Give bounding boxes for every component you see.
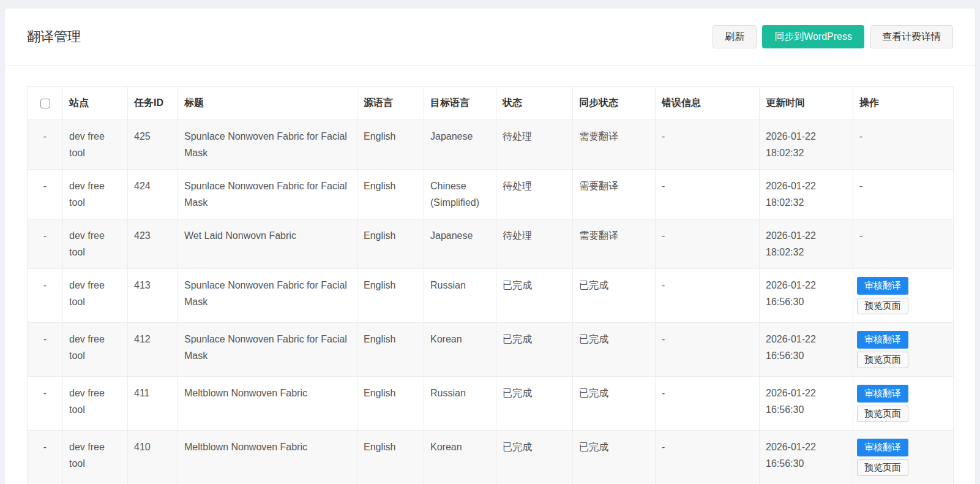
cell-title: Spunlace Nonwoven Fabric for Facial Mask [178, 170, 357, 219]
preview-page-button[interactable]: 预览页面 [857, 298, 908, 314]
cell-sync-status: 已完成 [573, 269, 656, 323]
review-translation-button[interactable]: 审核翻译 [857, 439, 908, 456]
cell-target-lang: Russian [424, 377, 496, 431]
column-header-title: 标题 [178, 87, 357, 120]
cell-actions: 审核翻译预览页面 [853, 431, 954, 484]
cell-target-lang: Korean [424, 431, 496, 484]
cell-source-lang: English [357, 377, 424, 431]
review-translation-button[interactable]: 审核翻译 [857, 331, 908, 349]
cell-site: dev free tool [63, 431, 128, 484]
column-header-source-lang: 源语言 [357, 87, 424, 120]
cell-select: - [28, 219, 63, 269]
column-header-sync-status: 同步状态 [573, 87, 656, 120]
card-header: 翻译管理 刷新 同步到WordPress 查看计费详情 [5, 9, 975, 66]
cell-source-lang: English [357, 323, 424, 377]
column-header-updated: 更新时间 [760, 87, 853, 120]
cell-updated: 2026-01-22 18:02:32 [760, 170, 853, 219]
cell-updated: 2026-01-22 16:56:30 [760, 269, 853, 323]
cell-sync-status: 已完成 [573, 377, 656, 431]
cell-site: dev free tool [63, 170, 128, 219]
cell-error: - [656, 269, 760, 323]
cell-task-id: 411 [128, 377, 178, 431]
cell-task-id: 410 [128, 431, 178, 484]
cell-error: - [656, 377, 760, 431]
cell-task-id: 425 [128, 120, 178, 170]
cell-select: - [28, 269, 63, 323]
table-row: -dev free tool423Wet Laid Nonwovn Fabric… [28, 219, 954, 269]
toolbar: 刷新 同步到WordPress 查看计费详情 [713, 25, 953, 48]
cell-select: - [28, 170, 63, 219]
cell-select: - [28, 377, 63, 431]
cell-site: dev free tool [63, 377, 128, 431]
select-all-header [28, 87, 63, 120]
cell-status: 待处理 [496, 219, 573, 269]
cell-source-lang: English [357, 170, 424, 219]
cell-site: dev free tool [63, 219, 128, 269]
cell-actions: - [853, 219, 954, 269]
cell-updated: 2026-01-22 18:02:32 [760, 219, 853, 269]
preview-page-button[interactable]: 预览页面 [857, 352, 908, 368]
cell-error: - [656, 431, 760, 484]
cell-sync-status: 需要翻译 [573, 170, 656, 219]
cell-site: dev free tool [63, 323, 128, 377]
cell-select: - [28, 431, 63, 484]
cell-error: - [656, 219, 760, 269]
cell-site: dev free tool [63, 120, 128, 170]
table-body: -dev free tool425Spunlace Nonwoven Fabri… [28, 120, 954, 484]
cell-actions: 审核翻译预览页面 [853, 377, 954, 431]
table-row: -dev free tool413Spunlace Nonwoven Fabri… [28, 269, 954, 323]
column-header-task-id: 任务ID [128, 87, 178, 120]
cell-select: - [28, 120, 63, 170]
cell-source-lang: English [357, 120, 424, 170]
cell-sync-status: 已完成 [573, 323, 656, 377]
cell-target-lang: Korean [424, 323, 496, 377]
cell-actions: - [853, 170, 954, 219]
cell-task-id: 424 [128, 170, 178, 219]
cell-title: Spunlace Nonwoven Fabric for Facial Mask [178, 323, 357, 377]
cell-sync-status: 已完成 [573, 431, 656, 484]
cell-target-lang: Japanese [424, 120, 496, 170]
cell-title: Spunlace Nonwoven Fabric for Facial Mask [178, 269, 357, 323]
table-header: 站点 任务ID 标题 源语言 目标语言 状态 同步状态 错误信息 更新时间 操作 [28, 87, 954, 120]
column-header-actions: 操作 [853, 87, 954, 120]
table-header-row: 站点 任务ID 标题 源语言 目标语言 状态 同步状态 错误信息 更新时间 操作 [28, 87, 954, 120]
cell-actions: 审核翻译预览页面 [853, 323, 954, 377]
translations-table: 站点 任务ID 标题 源语言 目标语言 状态 同步状态 错误信息 更新时间 操作… [27, 86, 954, 484]
cell-target-lang: Japanese [424, 219, 496, 269]
cell-actions: - [853, 120, 954, 170]
cell-task-id: 412 [128, 323, 178, 377]
cell-error: - [656, 170, 760, 219]
cell-title: Meltblown Nonwoven Fabric [178, 377, 357, 431]
column-header-site: 站点 [63, 87, 128, 120]
cell-updated: 2026-01-22 16:56:30 [760, 323, 853, 377]
sync-to-wordpress-button[interactable]: 同步到WordPress [762, 25, 864, 48]
table-row: -dev free tool411Meltblown Nonwoven Fabr… [28, 377, 954, 431]
translation-manager-card: 翻译管理 刷新 同步到WordPress 查看计费详情 站点 任务ID 标题 源… [5, 9, 975, 484]
preview-page-button[interactable]: 预览页面 [857, 459, 908, 476]
cell-sync-status: 需要翻译 [573, 219, 656, 269]
cell-select: - [28, 323, 63, 377]
cell-status: 已完成 [496, 431, 573, 484]
view-billing-button[interactable]: 查看计费详情 [870, 25, 953, 48]
cell-error: - [656, 323, 760, 377]
cell-task-id: 413 [128, 269, 178, 323]
cell-site: dev free tool [63, 269, 128, 323]
cell-updated: 2026-01-22 18:02:32 [760, 120, 853, 170]
cell-status: 已完成 [496, 377, 573, 431]
cell-status: 已完成 [496, 269, 573, 323]
select-all-checkbox[interactable] [40, 99, 50, 108]
cell-actions: 审核翻译预览页面 [853, 269, 954, 323]
refresh-button[interactable]: 刷新 [713, 25, 757, 48]
cell-sync-status: 需要翻译 [573, 120, 656, 170]
table-row: -dev free tool410Meltblown Nonwoven Fabr… [28, 431, 954, 484]
cell-source-lang: English [357, 219, 424, 269]
review-translation-button[interactable]: 审核翻译 [857, 385, 908, 403]
column-header-target-lang: 目标语言 [424, 87, 496, 120]
table-row: -dev free tool425Spunlace Nonwoven Fabri… [28, 120, 954, 170]
cell-error: - [656, 120, 760, 170]
preview-page-button[interactable]: 预览页面 [857, 406, 908, 422]
cell-target-lang: Chinese (Simplified) [424, 170, 496, 219]
cell-task-id: 423 [128, 219, 178, 269]
review-translation-button[interactable]: 审核翻译 [857, 277, 908, 295]
cell-status: 待处理 [496, 170, 573, 219]
